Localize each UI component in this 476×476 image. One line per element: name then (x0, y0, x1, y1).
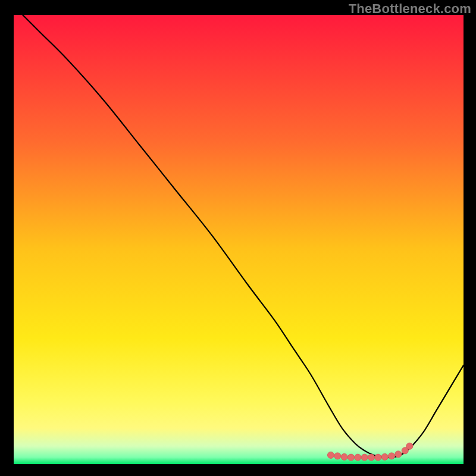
marker-dot (368, 454, 375, 461)
marker-dot (334, 453, 341, 459)
marker-dot (395, 451, 402, 458)
gradient-background (14, 15, 464, 464)
marker-dot (381, 453, 388, 460)
chart-svg (14, 15, 464, 464)
marker-dot (327, 452, 334, 458)
marker-dot (341, 453, 347, 460)
marker-dot (389, 453, 395, 459)
marker-dot (361, 454, 368, 461)
marker-dot (348, 454, 355, 461)
marker-dot (406, 443, 413, 449)
plot-area (14, 15, 464, 464)
chart-frame: TheBottleneck.com (0, 0, 476, 476)
marker-dot (375, 454, 381, 461)
marker-dot (355, 454, 361, 461)
